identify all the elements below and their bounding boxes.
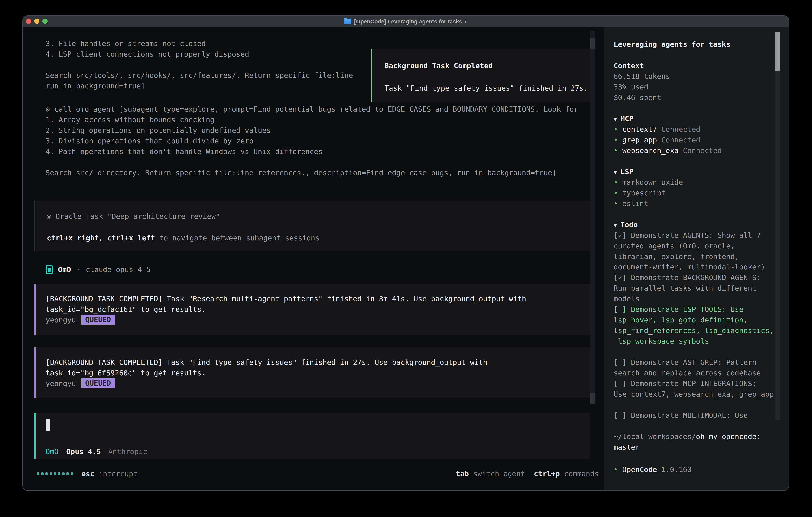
tool-call-item: 1. Array access without bounds checking <box>46 114 214 125</box>
mcp-item: • context7 Connected <box>614 124 700 135</box>
chat-scrollbar[interactable] <box>590 31 595 404</box>
toast-title: Background Task Completed <box>384 60 493 71</box>
todo-line: document-writer, multimodal-looker) <box>614 262 765 272</box>
lsp-item: • typescript <box>614 188 666 198</box>
spinner-dots <box>37 472 73 475</box>
todo-line-active: lsp_find_references, lsp_diagnostics, <box>614 325 774 336</box>
input-model-name: Opus 4.5 <box>66 446 101 457</box>
chat-line: run_in_background=true] <box>46 81 145 91</box>
traffic-lights <box>26 19 48 24</box>
notification-toast: Background Task Completed Task "Find typ… <box>371 49 593 102</box>
title-bar: [OpenCode] Leveraging agents for tasks ◐ <box>23 16 789 27</box>
todo-line: Run parallel tasks with different <box>614 283 756 294</box>
input-provider-name: Anthropic <box>108 446 147 457</box>
todo-line-active: lsp_hover, lsp_goto_definition, <box>614 315 748 325</box>
chat-scrollbar-thumb[interactable] <box>590 393 595 404</box>
text-cursor <box>46 419 50 431</box>
todo-line: [✓] Demonstrate AGENTS: Show all 7 <box>614 230 761 241</box>
version-row: • OpenCode 1.0.163 <box>614 464 692 475</box>
zoom-button[interactable] <box>42 19 48 24</box>
folder-icon <box>344 19 351 24</box>
record-icon: ◉ <box>47 212 51 220</box>
todo-line: [ ] Demonstrate MULTIMODAL: Use <box>614 410 748 420</box>
todo-line: [✓] Demonstrate BACKGROUND AGENTS: <box>614 272 761 283</box>
minimize-button[interactable] <box>34 19 39 24</box>
mcp-item: • websearch_exa Connected <box>614 145 722 156</box>
session-sidebar: Leveraging agents for tasks Context 66,5… <box>604 27 789 491</box>
oracle-shortcut-hint: ctrl+x right, ctrl+x left to navigate be… <box>47 233 319 243</box>
message-card: [BACKGROUND TASK COMPLETED] Task "Resear… <box>34 284 590 335</box>
toast-body: Task "Find type safety issues" finished … <box>384 83 588 93</box>
todo-line: search and replace across codebase <box>614 368 761 378</box>
lsp-item: • markdown-oxide <box>614 177 683 188</box>
message-author: yeongyu <box>46 379 76 388</box>
chevron-down-icon: ▼ <box>614 115 617 123</box>
message-meta-row: yeongyuQUEUED <box>46 378 115 389</box>
message-line: [BACKGROUND TASK COMPLETED] Task "Find t… <box>46 357 487 368</box>
message-author: yeongyu <box>46 316 76 324</box>
tool-call-item: 2. String operations on potentially unde… <box>46 125 271 136</box>
close-button[interactable] <box>26 19 31 24</box>
sidebar-scrollbar[interactable] <box>776 32 780 420</box>
status-badge: QUEUED <box>81 315 115 325</box>
todo-line: [ ] Demonstrate MCP INTEGRATIONS: <box>614 378 756 389</box>
lsp-section-header[interactable]: ▼LSP <box>614 166 633 177</box>
agent-separator: · <box>76 266 81 274</box>
sidebar-session-title: Leveraging agents for tasks <box>614 39 730 50</box>
chat-scrollbar-thumb[interactable] <box>590 38 595 49</box>
gear-icon: ⚙ <box>46 105 50 113</box>
workspace-path: ~/local-workspaces/oh-my-opencode: <box>614 431 761 442</box>
context-tokens: 66,518 tokens <box>614 71 670 82</box>
todo-line: [ ] Demonstrate AST-GREP: Pattern <box>614 357 756 368</box>
context-used: 33% used <box>614 82 648 92</box>
todo-line-active: lsp_workspace_symbols <box>614 336 709 347</box>
omo-agent-icon <box>46 265 53 274</box>
statusbar-right-hints: tab switch agent ctrl+p commands <box>456 468 599 479</box>
agent-header-row: OmO · claude-opus-4-5 <box>46 264 151 275</box>
workspace-branch: master <box>614 442 640 453</box>
message-line: [BACKGROUND TASK COMPLETED] Task "Resear… <box>46 294 526 304</box>
status-badge: QUEUED <box>81 378 115 388</box>
context-spent: $0.46 spent <box>614 92 661 103</box>
tool-call-line: ⚙ call_omo_agent [subagent_type=explore,… <box>46 104 578 114</box>
session-progress-icon: ◐ <box>464 19 468 25</box>
todo-line: librarian, explore, frontend, <box>614 251 739 262</box>
statusbar-switch-agent-hint: tab switch agent <box>456 468 525 479</box>
sidebar-scrollbar-thumb[interactable] <box>776 32 780 71</box>
mcp-item: • grep_app Connected <box>614 135 700 145</box>
chat-line: 3. File handles or streams not closed <box>46 38 206 49</box>
chat-line: Search src/tools/, src/hooks/, src/featu… <box>46 70 353 81</box>
statusbar-commands-hint: ctrl+p commands <box>534 468 599 479</box>
tool-call-item: 4. Path operations that don't handle Win… <box>46 146 323 157</box>
tool-call-footer: Search src/ directory. Return specific f… <box>46 167 557 178</box>
statusbar-interrupt-hint: esc interrupt <box>81 468 138 479</box>
tool-call-item: 3. Division operations that could divide… <box>46 136 253 146</box>
oracle-task-panel: ◉ Oracle Task "Deep architecture review"… <box>34 200 590 250</box>
input-model-row: OmO Opus 4.5 Anthropic <box>46 446 147 457</box>
chat-line: 4. LSP client connections not properly d… <box>46 49 249 59</box>
app-window: [OpenCode] Leveraging agents for tasks ◐… <box>22 16 789 491</box>
todo-line: curated agents (OmO, oracle, <box>614 241 735 251</box>
agent-model: claude-opus-4-5 <box>86 266 151 274</box>
message-line: task_id="bg_dcfac161" to get results. <box>46 304 206 315</box>
message-card: [BACKGROUND TASK COMPLETED] Task "Find t… <box>34 348 590 399</box>
mcp-section-header[interactable]: ▼MCP <box>614 113 633 124</box>
message-meta-row: yeongyuQUEUED <box>46 315 115 325</box>
todo-line: Use context7, websearch_exa, grep_app <box>614 389 774 400</box>
chevron-down-icon: ▼ <box>614 168 617 175</box>
todo-section-header[interactable]: ▼Todo <box>614 219 638 230</box>
lsp-item: • eslint <box>614 198 648 209</box>
todo-line-active: [ ] Demonstrate LSP TOOLS: Use <box>614 304 744 315</box>
oracle-task-header: ◉ Oracle Task "Deep architecture review" <box>47 211 220 221</box>
input-agent-name: OmO <box>46 446 59 457</box>
message-line: task_id="bg_6f59260c" to get results. <box>46 368 206 378</box>
todo-line: models <box>614 294 640 304</box>
prompt-input[interactable]: OmO Opus 4.5 Anthropic <box>34 413 590 459</box>
agent-name: OmO <box>58 266 71 274</box>
window-title: [OpenCode] Leveraging agents for tasks <box>354 19 462 25</box>
context-header: Context <box>614 60 644 71</box>
chevron-down-icon: ▼ <box>614 221 617 228</box>
